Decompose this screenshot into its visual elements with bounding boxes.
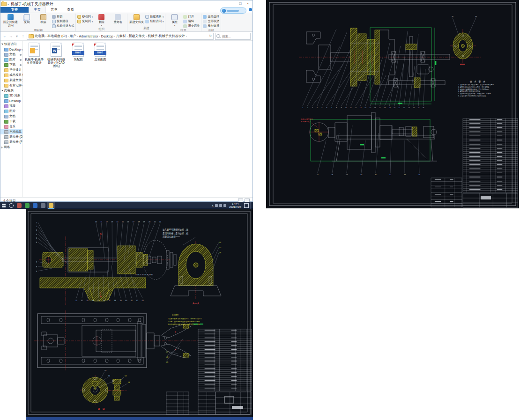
ribbon-button[interactable]: 粘贴 xyxy=(36,14,51,24)
sidebar-item[interactable]: 毕业设计文件 xyxy=(0,67,22,73)
sidebar-item[interactable]: 文档 xyxy=(0,52,22,57)
sidebar-item[interactable]: 音乐 xyxy=(0,124,22,129)
sidebar-item[interactable]: 下载 xyxy=(0,119,22,124)
chevron-down-icon[interactable]: ▾ xyxy=(7,2,9,6)
chevron-icon[interactable] xyxy=(1,90,3,91)
sidebar-item[interactable]: Desktop xyxy=(0,47,22,52)
ribbon-button[interactable]: 历史记录 xyxy=(183,24,200,28)
breadcrumb-segment[interactable]: 新建文件夹 xyxy=(129,34,145,38)
tab-共享[interactable]: 共享 xyxy=(46,7,62,13)
back-icon[interactable]: ← xyxy=(2,34,7,38)
file-item[interactable]: 机械手-机械手夹持器设计 xyxy=(25,43,44,64)
ribbon-button[interactable]: 全部取消 xyxy=(203,19,219,23)
svg-text:6: 6 xyxy=(36,242,37,243)
breadcrumb-segment[interactable]: 凡素材 xyxy=(116,34,126,38)
ribbon-button[interactable]: 删除▾ xyxy=(94,14,109,27)
svg-text:2. 装配后各运动机构应转动灵活，无卡滞现象。: 2. 装配后各运动机构应转动灵活，无卡滞现象。 xyxy=(458,86,491,88)
taskbar-app-app-green[interactable] xyxy=(23,202,31,209)
taskbar-clock[interactable]: 17:44 2021/7/27 xyxy=(228,202,243,208)
sheet-border xyxy=(28,211,250,414)
breadcrumb-segment[interactable]: Administrator xyxy=(79,35,98,38)
tab-主页[interactable]: 主页 xyxy=(29,7,46,13)
chevron-icon[interactable] xyxy=(1,147,3,148)
sidebar-item[interactable]: 新加卷 (F:) xyxy=(0,140,22,145)
sidebar-section-快速访问[interactable]: 快速访问 xyxy=(0,42,22,47)
close-button[interactable]: × xyxy=(244,1,252,7)
svg-text:A: A xyxy=(100,295,102,298)
tray-icon-2[interactable] xyxy=(219,204,222,207)
file-item[interactable]: W机械手夹持器设计 (含CAD图纸) xyxy=(47,43,66,68)
sidebar-item[interactable]: 图片 xyxy=(0,57,22,62)
ribbon-button[interactable]: 新建文件夹 xyxy=(129,14,144,24)
path-icon xyxy=(52,20,56,23)
title-bar[interactable]: ▾ 机械手-机械手夹持器设计 — □ × xyxy=(0,0,253,7)
sidebar-item[interactable]: 视频 xyxy=(0,103,22,109)
sidebar-item[interactable]: 3D 对象 xyxy=(0,93,22,98)
promo-badge[interactable] xyxy=(220,7,246,14)
svg-text:1: 1 xyxy=(36,222,37,224)
breadcrumb-segment[interactable]: 此电脑 xyxy=(35,34,45,38)
breadcrumb-segment[interactable]: 用户 xyxy=(70,34,76,38)
ribbon-button[interactable]: 全部选择 xyxy=(203,15,219,19)
taskbar-app-explorer[interactable] xyxy=(47,202,55,209)
ribbon-button[interactable]: 打开 xyxy=(183,15,200,19)
quick-access-toolbar[interactable]: ▾ xyxy=(1,2,9,6)
ribbon-button[interactable]: 轻松访问▾ xyxy=(145,19,163,23)
tab-文件[interactable]: 文件 xyxy=(0,7,29,13)
forward-icon[interactable]: → xyxy=(8,34,13,38)
ribbon-button[interactable]: 固定到快速访问 xyxy=(3,14,18,27)
ribbon-button[interactable]: 粘贴快捷方式 xyxy=(52,24,74,28)
sidebar-item[interactable]: 本地磁盘 (C:) xyxy=(0,129,22,134)
sidebar-item[interactable]: 下载 xyxy=(0,62,22,67)
show-desktop-button[interactable] xyxy=(250,202,252,209)
sidebar-item[interactable]: 图片 xyxy=(0,109,22,114)
minimize-button[interactable]: — xyxy=(229,1,237,7)
file-item[interactable]: DWG装配图 xyxy=(69,43,88,61)
chevron-icon[interactable] xyxy=(1,44,3,45)
ribbon-button[interactable]: 复制到▾ xyxy=(77,19,93,23)
start-button[interactable] xyxy=(0,202,7,209)
chevron-down-icon[interactable]: ▾ xyxy=(15,34,19,38)
taskbar-app-app-red[interactable] xyxy=(15,202,23,209)
breadcrumb-segment[interactable]: Desktop xyxy=(101,35,113,38)
taskbar-search-button[interactable] xyxy=(7,202,15,209)
tray-icon-1[interactable] xyxy=(215,204,218,207)
svg-text:7: 7 xyxy=(36,261,37,263)
sidebar-section-此电脑[interactable]: 此电脑 xyxy=(0,88,22,93)
up-icon[interactable]: ↑ xyxy=(21,34,25,38)
sidebar-item[interactable]: 新加卷 (D:) xyxy=(0,134,22,140)
file-item[interactable]: DWG总装配图 xyxy=(91,43,110,61)
refresh-icon[interactable]: ↻ xyxy=(209,34,212,38)
search-input[interactable] xyxy=(221,34,249,38)
ribbon-button[interactable]: 新建项目▾ xyxy=(145,15,163,19)
ribbon-button[interactable]: 复制路径 xyxy=(52,19,74,23)
tab-查看[interactable]: 查看 xyxy=(62,7,79,13)
breadcrumb[interactable]: 此电脑›本地磁盘 (C:)›用户›Administrator›Desktop›凡… xyxy=(27,33,214,40)
sidebar-item[interactable]: 文档 xyxy=(0,114,22,119)
ribbon-button[interactable]: 编辑 xyxy=(183,19,200,23)
ribbon-button[interactable]: 移动到▾ xyxy=(77,15,93,19)
ribbon-button[interactable]: 剪切 xyxy=(52,15,74,19)
breadcrumb-segment[interactable]: 机械手-机械手夹持器设计 xyxy=(148,34,185,38)
ribbon-button[interactable]: 重命名 xyxy=(110,14,126,24)
sidebar-item[interactable]: Desktop xyxy=(0,98,22,103)
help-icon[interactable] xyxy=(249,8,252,11)
selall-icon xyxy=(203,15,207,19)
parts-list-table xyxy=(431,118,518,207)
ribbon-button[interactable]: 复制 xyxy=(19,14,35,24)
down-icon xyxy=(4,120,8,124)
search-box[interactable] xyxy=(215,33,251,40)
breadcrumb-segment[interactable]: 本地磁盘 (C:) xyxy=(47,34,67,38)
taskbar-app-app-slate[interactable] xyxy=(39,202,47,209)
ribbon-button[interactable]: 反向选择 xyxy=(203,24,219,28)
sidebar-item[interactable]: 新建文件夹 xyxy=(0,78,22,83)
sidebar-item[interactable]: 成品模具机械零件23 xyxy=(0,73,22,78)
ribbon-button[interactable]: 属性▾ xyxy=(167,14,182,27)
sidebar-item[interactable]: 有空记得改的尺寸 xyxy=(0,83,22,88)
sidebar-section-网络[interactable]: 网络 xyxy=(0,145,22,150)
taskbar-app-app-blue[interactable] xyxy=(31,202,39,209)
maximize-button[interactable]: □ xyxy=(237,1,244,7)
notification-center-icon[interactable] xyxy=(244,203,249,208)
tray-chevron-icon[interactable]: ∧ xyxy=(212,204,214,207)
tray-icon-3[interactable] xyxy=(223,204,226,207)
